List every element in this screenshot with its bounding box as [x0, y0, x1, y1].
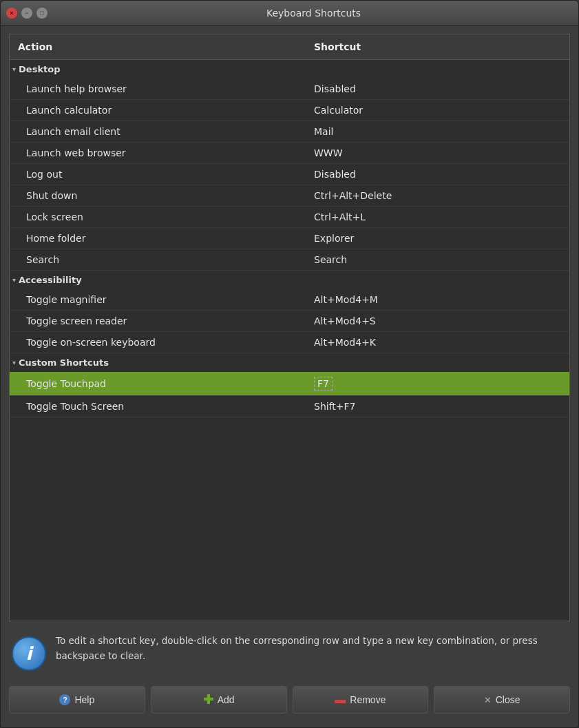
action-toggle-touchpad: Toggle Touchpad — [10, 373, 306, 394]
action-toggle-screen-reader: Toggle screen reader — [10, 311, 306, 331]
action-search: Search — [10, 249, 306, 270]
action-launch-web-browser: Launch web browser — [10, 143, 306, 163]
table-row[interactable]: Log out Disabled — [10, 164, 569, 185]
table-row[interactable]: Launch email client Mail — [10, 121, 569, 143]
table-row[interactable]: Toggle on-screen keyboard Alt+Mod4+K — [10, 332, 569, 353]
table-row[interactable]: Launch calculator Calculator — [10, 100, 569, 121]
button-bar: ? Help ✚ Add ▬ Remove ✕ Close — [9, 683, 570, 719]
table-row-selected[interactable]: Toggle Touchpad F7 — [10, 372, 569, 396]
action-launch-email: Launch email client — [10, 121, 306, 142]
main-content: Action Shortcut ▾ Desktop Launch help br… — [1, 25, 578, 727]
col-action-header: Action — [10, 39, 306, 55]
arrow-icon: ▾ — [12, 65, 16, 73]
shortcut-home-folder: Explorer — [306, 228, 569, 249]
action-launch-help-browser: Launch help browser — [10, 79, 306, 99]
shortcut-launch-calculator: Calculator — [306, 100, 569, 121]
shortcut-search: Search — [306, 249, 569, 270]
table-row[interactable]: Lock screen Ctrl+Alt+L — [10, 207, 569, 228]
section-custom-shortcuts[interactable]: ▾ Custom Shortcuts — [10, 353, 569, 372]
table-row[interactable]: Search Search — [10, 249, 569, 271]
arrow-icon: ▾ — [12, 276, 16, 284]
shortcut-toggle-touchpad: F7 — [306, 372, 569, 395]
shortcut-log-out: Disabled — [306, 164, 569, 185]
shortcut-launch-help-browser: Disabled — [306, 79, 569, 99]
maximize-window-button[interactable]: □ — [36, 8, 48, 19]
info-icon: i — [12, 636, 46, 671]
shortcuts-table[interactable]: Action Shortcut ▾ Desktop Launch help br… — [9, 34, 570, 621]
section-custom-shortcuts-label: Custom Shortcuts — [19, 357, 109, 368]
dashed-shortcut: F7 — [314, 377, 333, 391]
shortcut-toggle-screen-reader: Alt+Mod4+S — [306, 311, 569, 331]
table-row[interactable]: Shut down Ctrl+Alt+Delete — [10, 185, 569, 207]
table-row[interactable]: Home folder Explorer — [10, 228, 569, 249]
col-shortcut-header: Shortcut — [306, 39, 569, 55]
arrow-icon: ▾ — [12, 359, 16, 366]
section-accessibility[interactable]: ▾ Accessibility — [10, 271, 569, 289]
remove-icon: ▬ — [335, 694, 346, 706]
section-accessibility-label: Accessibility — [19, 275, 82, 285]
table-header: Action Shortcut — [10, 34, 569, 60]
section-desktop[interactable]: ▾ Desktop — [10, 60, 569, 79]
close-window-button[interactable]: × — [6, 8, 17, 19]
window-title: Keyboard Shortcuts — [54, 8, 573, 19]
action-home-folder: Home folder — [10, 228, 306, 249]
info-text: To edit a shortcut key, double-click on … — [56, 634, 567, 663]
table-row[interactable]: Launch help browser Disabled — [10, 79, 569, 100]
action-toggle-onscreen-keyboard: Toggle on-screen keyboard — [10, 332, 306, 353]
action-toggle-touch-screen: Toggle Touch Screen — [10, 396, 306, 417]
shortcut-toggle-touch-screen: Shift+F7 — [306, 396, 569, 417]
help-button-label: Help — [74, 694, 94, 705]
table-row[interactable]: Toggle screen reader Alt+Mod4+S — [10, 311, 569, 332]
close-button-label: Close — [496, 694, 520, 705]
close-icon: ✕ — [484, 695, 492, 705]
table-row[interactable]: Launch web browser WWW — [10, 143, 569, 164]
add-button-label: Add — [218, 694, 235, 705]
section-desktop-label: Desktop — [19, 64, 60, 74]
action-lock-screen: Lock screen — [10, 207, 306, 227]
shortcut-launch-email: Mail — [306, 121, 569, 142]
add-icon: ✚ — [203, 692, 213, 707]
shortcut-shut-down: Ctrl+Alt+Delete — [306, 185, 569, 206]
titlebar: × − □ Keyboard Shortcuts — [1, 1, 578, 25]
action-shut-down: Shut down — [10, 185, 306, 206]
minimize-window-button[interactable]: − — [21, 8, 32, 19]
help-button[interactable]: ? Help — [9, 686, 145, 714]
table-row[interactable]: Toggle Touch Screen Shift+F7 — [10, 396, 569, 417]
add-button[interactable]: ✚ Add — [151, 686, 287, 714]
shortcut-lock-screen: Ctrl+Alt+L — [306, 207, 569, 227]
table-row[interactable]: Toggle magnifier Alt+Mod4+M — [10, 289, 569, 311]
action-toggle-magnifier: Toggle magnifier — [10, 289, 306, 310]
titlebar-buttons: × − □ — [6, 8, 48, 19]
info-box: i To edit a shortcut key, double-click o… — [9, 628, 570, 676]
help-icon: ? — [59, 694, 70, 705]
close-button[interactable]: ✕ Close — [434, 686, 570, 714]
action-log-out: Log out — [10, 164, 306, 185]
remove-button-label: Remove — [350, 694, 386, 705]
shortcut-toggle-onscreen-keyboard: Alt+Mod4+K — [306, 332, 569, 353]
table-scroll-area[interactable]: ▾ Desktop Launch help browser Disabled L… — [10, 60, 569, 621]
action-launch-calculator: Launch calculator — [10, 100, 306, 121]
shortcut-toggle-magnifier: Alt+Mod4+M — [306, 289, 569, 310]
keyboard-shortcuts-window: × − □ Keyboard Shortcuts Action Shortcut… — [0, 0, 579, 728]
remove-button[interactable]: ▬ Remove — [293, 686, 429, 714]
shortcut-launch-web-browser: WWW — [306, 143, 569, 163]
